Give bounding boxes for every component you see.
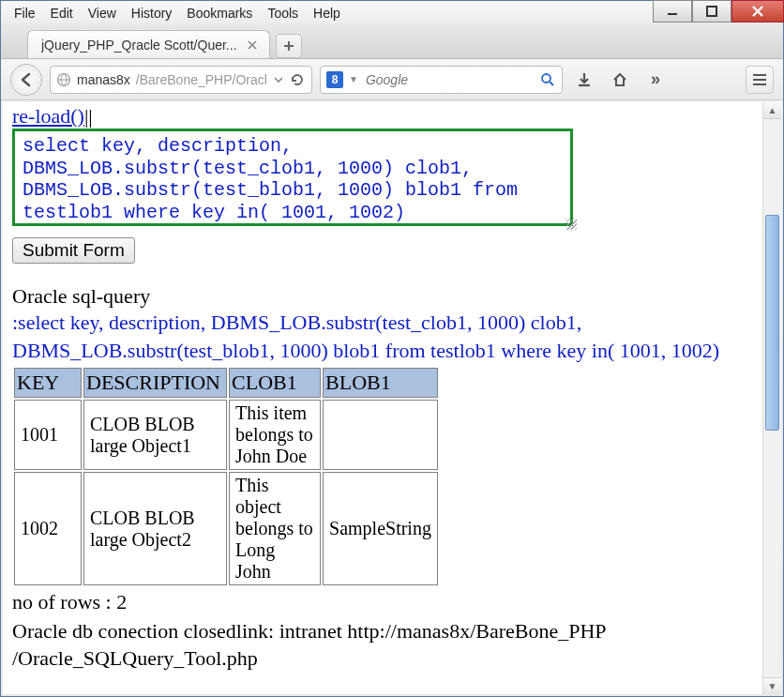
home-icon <box>611 71 628 88</box>
toolbar-overflow-button[interactable]: » <box>641 66 670 94</box>
window-controls <box>653 0 784 23</box>
globe-icon <box>56 72 71 87</box>
col-description: DESCRIPTION <box>83 368 227 398</box>
close-button[interactable] <box>731 0 784 23</box>
cell-clob1: This object belongs to Long John <box>229 472 321 585</box>
svg-rect-0 <box>668 13 677 15</box>
tab-title: jQuery_PHP_Qracle Scott/Quer... <box>41 38 237 53</box>
menu-history[interactable]: History <box>124 4 180 23</box>
table-row: 1001 CLOB BLOB large Object1 This item b… <box>14 400 438 470</box>
cell-description: CLOB BLOB large Object1 <box>83 400 227 470</box>
chevron-up-icon: ▲ <box>768 105 777 115</box>
separator: || <box>84 104 93 128</box>
maximize-button[interactable] <box>692 0 731 23</box>
submit-button[interactable]: Submit Form <box>12 237 135 264</box>
menu-file[interactable]: File <box>7 4 43 23</box>
connection-closed-text: Oracle db conection closedlink: intranet… <box>12 618 753 672</box>
menu-file-label: File <box>14 6 36 21</box>
search-engine-icon: 8 <box>326 71 343 88</box>
minimize-button[interactable] <box>653 0 692 23</box>
tab-close-button[interactable] <box>245 38 260 53</box>
cell-key: 1001 <box>14 400 82 470</box>
home-button[interactable] <box>606 66 634 94</box>
query-label: Oracle sql-query <box>12 284 753 309</box>
menu-view[interactable]: View <box>81 4 124 23</box>
table-row: 1002 CLOB BLOB large Object2 This object… <box>14 472 438 585</box>
cell-key: 1002 <box>14 472 82 585</box>
reload-link[interactable]: re-load() <box>12 104 84 128</box>
hamburger-icon <box>752 73 767 86</box>
menu-help[interactable]: Help <box>306 4 348 23</box>
cell-blob1: SampleString <box>323 472 438 585</box>
page-content: re-load()|| Submit Form Oracle sql-query… <box>3 102 762 694</box>
cell-description: CLOB BLOB large Object2 <box>83 472 227 585</box>
svg-point-3 <box>542 74 550 83</box>
reload-icon <box>290 72 305 87</box>
sql-textarea[interactable] <box>12 129 573 226</box>
plus-icon <box>283 40 294 52</box>
search-input[interactable] <box>364 71 534 88</box>
reload-button[interactable] <box>289 71 306 88</box>
close-icon <box>248 40 257 50</box>
close-icon <box>751 5 764 18</box>
echoed-sql: :select key, description, DBMS_LOB.subst… <box>12 309 753 364</box>
new-tab-button[interactable] <box>276 34 302 58</box>
url-path: /BareBone_PHP/Oracl <box>136 72 267 87</box>
browser-window: File Edit View History Bookmarks Tools H… <box>0 0 784 697</box>
chevron-down-icon[interactable]: ▼ <box>349 74 358 84</box>
cell-blob1 <box>323 400 438 470</box>
menu-bookmarks-label: Bookmarks <box>187 6 252 21</box>
vertical-scrollbar[interactable]: ▲ ▼ <box>762 102 781 694</box>
menu-tools-label: Tools <box>267 6 298 21</box>
menu-help-label: Help <box>313 6 340 21</box>
search-button[interactable] <box>539 71 556 88</box>
scroll-thumb[interactable] <box>765 215 779 431</box>
chevron-down-icon: ▼ <box>768 681 777 691</box>
menu-tools[interactable]: Tools <box>260 4 306 23</box>
col-blob1: BLOB1 <box>323 368 438 398</box>
navbar: manas8x/BareBone_PHP/Oracl 8 ▼ » <box>1 59 783 100</box>
menu-view-label: View <box>88 6 116 21</box>
minimize-icon <box>667 6 678 17</box>
downloads-button[interactable] <box>570 66 598 94</box>
scroll-up-button[interactable]: ▲ <box>763 102 781 119</box>
page-viewport: re-load()|| Submit Form Oracle sql-query… <box>3 102 781 694</box>
back-button[interactable] <box>10 64 42 96</box>
url-bar[interactable]: manas8x/BareBone_PHP/Oracl <box>50 66 312 94</box>
row-count: no of rows : 2 <box>12 589 753 616</box>
search-bar[interactable]: 8 ▼ <box>320 66 563 94</box>
table-header-row: KEY DESCRIPTION CLOB1 BLOB1 <box>14 368 438 398</box>
menu-edit[interactable]: Edit <box>43 4 81 23</box>
chevron-right-double-icon: » <box>651 69 660 89</box>
arrow-left-icon <box>18 71 35 88</box>
result-table: KEY DESCRIPTION CLOB1 BLOB1 1001 CLOB BL… <box>12 366 440 587</box>
maximize-icon <box>706 6 717 17</box>
menu-edit-label: Edit <box>51 6 73 21</box>
col-key: KEY <box>14 368 82 398</box>
chevron-down-icon[interactable] <box>274 75 283 84</box>
menu-button[interactable] <box>746 66 774 94</box>
download-icon <box>576 71 593 88</box>
menu-bookmarks[interactable]: Bookmarks <box>179 4 260 23</box>
scroll-down-button[interactable]: ▼ <box>763 677 781 694</box>
tab-active[interactable]: jQuery_PHP_Qracle Scott/Quer... <box>27 30 270 58</box>
tabstrip: jQuery_PHP_Qracle Scott/Quer... <box>1 23 783 59</box>
col-clob1: CLOB1 <box>229 368 321 398</box>
search-icon <box>540 72 555 87</box>
cell-clob1: This item belongs to John Doe <box>229 400 321 470</box>
url-host: manas8x <box>77 72 130 87</box>
menu-history-label: History <box>131 6 173 21</box>
svg-rect-1 <box>707 7 716 16</box>
